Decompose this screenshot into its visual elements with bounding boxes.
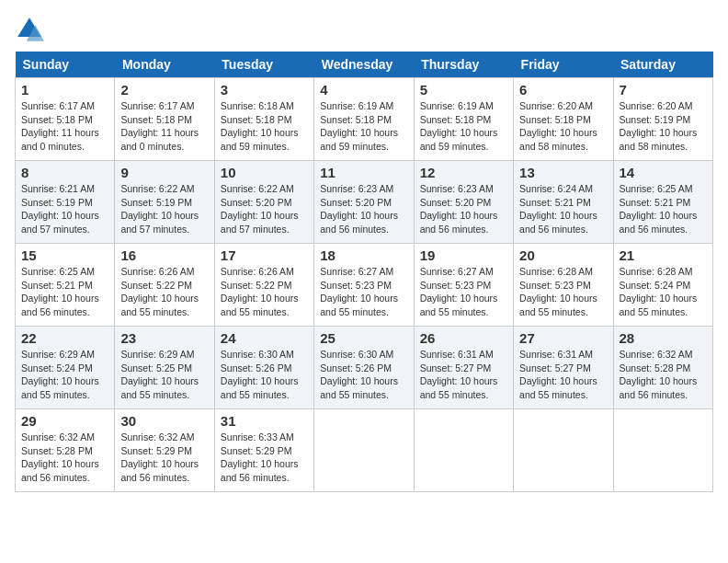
calendar-cell: 23Sunrise: 6:29 AMSunset: 5:25 PMDayligh… xyxy=(115,327,214,409)
day-info: Sunrise: 6:29 AMSunset: 5:25 PMDaylight:… xyxy=(120,348,208,402)
day-number: 2 xyxy=(120,82,208,98)
calendar-cell: 7Sunrise: 6:20 AMSunset: 5:19 PMDaylight… xyxy=(613,78,712,161)
weekday-header-friday: Friday xyxy=(514,52,613,78)
day-number: 26 xyxy=(420,330,507,346)
calendar-week-row: 1Sunrise: 6:17 AMSunset: 5:18 PMDaylight… xyxy=(16,78,713,161)
calendar-cell: 22Sunrise: 6:29 AMSunset: 5:24 PMDayligh… xyxy=(16,327,115,409)
day-info: Sunrise: 6:28 AMSunset: 5:24 PMDaylight:… xyxy=(620,265,707,319)
calendar-cell: 9Sunrise: 6:22 AMSunset: 5:19 PMDaylight… xyxy=(115,161,214,244)
calendar-cell: 21Sunrise: 6:28 AMSunset: 5:24 PMDayligh… xyxy=(613,244,712,327)
day-number: 19 xyxy=(420,247,507,263)
weekday-header-tuesday: Tuesday xyxy=(214,52,313,78)
calendar-cell: 1Sunrise: 6:17 AMSunset: 5:18 PMDaylight… xyxy=(16,78,115,161)
calendar-cell: 4Sunrise: 6:19 AMSunset: 5:18 PMDaylight… xyxy=(314,78,414,161)
header xyxy=(15,15,713,44)
calendar-cell: 6Sunrise: 6:20 AMSunset: 5:18 PMDaylight… xyxy=(514,78,613,161)
day-number: 4 xyxy=(320,82,407,98)
day-number: 17 xyxy=(221,247,308,263)
calendar-week-row: 22Sunrise: 6:29 AMSunset: 5:24 PMDayligh… xyxy=(16,327,713,409)
calendar-week-row: 15Sunrise: 6:25 AMSunset: 5:21 PMDayligh… xyxy=(16,244,713,327)
calendar-cell: 29Sunrise: 6:32 AMSunset: 5:28 PMDayligh… xyxy=(16,409,115,492)
day-info: Sunrise: 6:26 AMSunset: 5:22 PMDaylight:… xyxy=(120,265,208,319)
calendar-cell: 12Sunrise: 6:23 AMSunset: 5:20 PMDayligh… xyxy=(414,161,513,244)
day-info: Sunrise: 6:29 AMSunset: 5:24 PMDaylight:… xyxy=(21,348,108,402)
calendar-cell xyxy=(613,409,712,492)
day-number: 29 xyxy=(21,413,108,429)
day-number: 9 xyxy=(120,165,208,180)
day-info: Sunrise: 6:25 AMSunset: 5:21 PMDaylight:… xyxy=(21,265,108,319)
day-info: Sunrise: 6:19 AMSunset: 5:18 PMDaylight:… xyxy=(320,99,407,154)
day-info: Sunrise: 6:24 AMSunset: 5:21 PMDaylight:… xyxy=(519,182,607,236)
weekday-header-row: SundayMondayTuesdayWednesdayThursdayFrid… xyxy=(16,52,713,78)
day-number: 21 xyxy=(620,247,707,263)
day-info: Sunrise: 6:33 AMSunset: 5:29 PMDaylight:… xyxy=(221,431,308,485)
day-info: Sunrise: 6:20 AMSunset: 5:18 PMDaylight:… xyxy=(519,99,607,154)
day-number: 28 xyxy=(620,330,707,346)
calendar-cell: 28Sunrise: 6:32 AMSunset: 5:28 PMDayligh… xyxy=(613,327,712,409)
day-info: Sunrise: 6:27 AMSunset: 5:23 PMDaylight:… xyxy=(320,265,407,319)
logo-icon xyxy=(15,15,44,44)
day-number: 18 xyxy=(320,247,407,263)
calendar-cell: 5Sunrise: 6:19 AMSunset: 5:18 PMDaylight… xyxy=(414,78,513,161)
calendar-cell xyxy=(314,409,414,492)
day-number: 1 xyxy=(21,82,108,98)
day-info: Sunrise: 6:23 AMSunset: 5:20 PMDaylight:… xyxy=(420,182,507,236)
calendar-cell: 26Sunrise: 6:31 AMSunset: 5:27 PMDayligh… xyxy=(414,327,513,409)
weekday-header-saturday: Saturday xyxy=(613,52,712,78)
day-number: 10 xyxy=(221,165,308,180)
day-number: 5 xyxy=(420,82,507,98)
day-number: 3 xyxy=(221,82,308,98)
day-info: Sunrise: 6:20 AMSunset: 5:19 PMDaylight:… xyxy=(620,99,707,154)
calendar-cell: 3Sunrise: 6:18 AMSunset: 5:18 PMDaylight… xyxy=(214,78,313,161)
calendar-cell: 24Sunrise: 6:30 AMSunset: 5:26 PMDayligh… xyxy=(214,327,313,409)
day-info: Sunrise: 6:19 AMSunset: 5:18 PMDaylight:… xyxy=(420,99,507,154)
day-number: 25 xyxy=(320,330,407,346)
calendar-table: SundayMondayTuesdayWednesdayThursdayFrid… xyxy=(15,52,713,492)
day-number: 24 xyxy=(221,330,308,346)
calendar-cell: 27Sunrise: 6:31 AMSunset: 5:27 PMDayligh… xyxy=(514,327,613,409)
day-info: Sunrise: 6:23 AMSunset: 5:20 PMDaylight:… xyxy=(320,182,407,236)
day-info: Sunrise: 6:22 AMSunset: 5:19 PMDaylight:… xyxy=(120,182,208,236)
day-number: 13 xyxy=(519,165,607,180)
day-number: 31 xyxy=(221,413,308,429)
day-info: Sunrise: 6:22 AMSunset: 5:20 PMDaylight:… xyxy=(221,182,308,236)
day-number: 15 xyxy=(21,247,108,263)
day-info: Sunrise: 6:27 AMSunset: 5:23 PMDaylight:… xyxy=(420,265,507,319)
weekday-header-sunday: Sunday xyxy=(16,52,115,78)
day-info: Sunrise: 6:17 AMSunset: 5:18 PMDaylight:… xyxy=(120,99,208,154)
calendar-week-row: 8Sunrise: 6:21 AMSunset: 5:19 PMDaylight… xyxy=(16,161,713,244)
calendar-cell: 8Sunrise: 6:21 AMSunset: 5:19 PMDaylight… xyxy=(16,161,115,244)
day-info: Sunrise: 6:17 AMSunset: 5:18 PMDaylight:… xyxy=(21,99,108,154)
day-number: 14 xyxy=(620,165,707,180)
day-info: Sunrise: 6:31 AMSunset: 5:27 PMDaylight:… xyxy=(519,348,607,402)
calendar-cell: 25Sunrise: 6:30 AMSunset: 5:26 PMDayligh… xyxy=(314,327,414,409)
day-number: 7 xyxy=(620,82,707,98)
calendar-cell xyxy=(514,409,613,492)
weekday-header-wednesday: Wednesday xyxy=(314,52,414,78)
page-wrapper: SundayMondayTuesdayWednesdayThursdayFrid… xyxy=(15,15,713,492)
calendar-cell: 17Sunrise: 6:26 AMSunset: 5:22 PMDayligh… xyxy=(214,244,313,327)
calendar-cell: 13Sunrise: 6:24 AMSunset: 5:21 PMDayligh… xyxy=(514,161,613,244)
day-number: 30 xyxy=(120,413,208,429)
day-info: Sunrise: 6:32 AMSunset: 5:28 PMDaylight:… xyxy=(620,348,707,402)
day-number: 11 xyxy=(320,165,407,180)
calendar-cell: 16Sunrise: 6:26 AMSunset: 5:22 PMDayligh… xyxy=(115,244,214,327)
weekday-header-thursday: Thursday xyxy=(414,52,513,78)
logo xyxy=(15,15,48,44)
calendar-cell: 20Sunrise: 6:28 AMSunset: 5:23 PMDayligh… xyxy=(514,244,613,327)
calendar-cell xyxy=(414,409,513,492)
day-number: 27 xyxy=(519,330,607,346)
calendar-week-row: 29Sunrise: 6:32 AMSunset: 5:28 PMDayligh… xyxy=(16,409,713,492)
calendar-cell: 10Sunrise: 6:22 AMSunset: 5:20 PMDayligh… xyxy=(214,161,313,244)
day-number: 22 xyxy=(21,330,108,346)
day-info: Sunrise: 6:30 AMSunset: 5:26 PMDaylight:… xyxy=(320,348,407,402)
day-number: 16 xyxy=(120,247,208,263)
calendar-cell: 19Sunrise: 6:27 AMSunset: 5:23 PMDayligh… xyxy=(414,244,513,327)
calendar-cell: 18Sunrise: 6:27 AMSunset: 5:23 PMDayligh… xyxy=(314,244,414,327)
day-number: 6 xyxy=(519,82,607,98)
day-info: Sunrise: 6:25 AMSunset: 5:21 PMDaylight:… xyxy=(620,182,707,236)
calendar-cell: 2Sunrise: 6:17 AMSunset: 5:18 PMDaylight… xyxy=(115,78,214,161)
day-info: Sunrise: 6:32 AMSunset: 5:29 PMDaylight:… xyxy=(120,431,208,485)
day-info: Sunrise: 6:26 AMSunset: 5:22 PMDaylight:… xyxy=(221,265,308,319)
calendar-cell: 31Sunrise: 6:33 AMSunset: 5:29 PMDayligh… xyxy=(214,409,313,492)
